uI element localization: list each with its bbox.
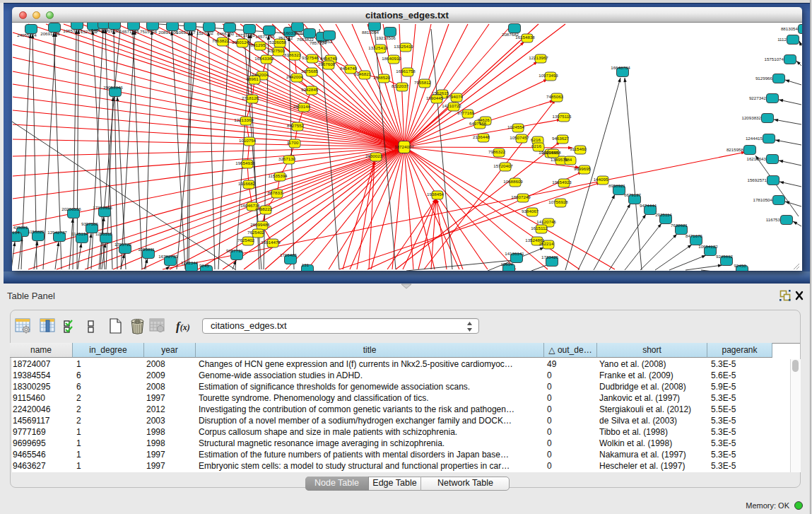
svg-text:74626: 74626 bbox=[477, 117, 490, 122]
svg-text:12213369: 12213369 bbox=[234, 117, 254, 122]
svg-text:26099486: 26099486 bbox=[250, 222, 270, 227]
svg-text:6466160: 6466160 bbox=[217, 31, 235, 36]
svg-text:2718126: 2718126 bbox=[242, 95, 259, 100]
svg-text:16571355: 16571355 bbox=[119, 29, 139, 34]
svg-text:20691406: 20691406 bbox=[40, 31, 60, 36]
svg-text:16914479: 16914479 bbox=[261, 240, 281, 245]
svg-text:39154: 39154 bbox=[12, 230, 20, 235]
svg-text:7986322: 7986322 bbox=[488, 149, 506, 154]
svg-text:10025458: 10025458 bbox=[541, 150, 561, 155]
svg-text:1024554: 1024554 bbox=[507, 124, 525, 129]
svg-text:1938454: 1938454 bbox=[427, 192, 445, 197]
svg-text:7515524: 7515524 bbox=[140, 29, 158, 34]
svg-text:1244415: 1244415 bbox=[746, 136, 763, 141]
svg-text:8454749: 8454749 bbox=[340, 66, 358, 71]
svg-text:16571355: 16571355 bbox=[255, 34, 275, 39]
svg-text:10507457: 10507457 bbox=[510, 135, 529, 140]
svg-text:8958921: 8958921 bbox=[608, 183, 626, 188]
svg-text:16543362: 16543362 bbox=[254, 56, 274, 61]
svg-text:10688609: 10688609 bbox=[503, 179, 523, 184]
svg-text:1527602: 1527602 bbox=[196, 30, 214, 35]
svg-text:14120746: 14120746 bbox=[536, 219, 556, 224]
svg-text:15692571: 15692571 bbox=[747, 177, 767, 182]
svg-text:7632621: 7632621 bbox=[671, 223, 688, 228]
svg-text:8813094: 8813094 bbox=[362, 30, 379, 35]
svg-text:1112: 1112 bbox=[777, 37, 787, 42]
svg-text:10653267: 10653267 bbox=[176, 30, 196, 35]
svg-text:10973493: 10973493 bbox=[539, 73, 558, 78]
svg-text:1250515: 1250515 bbox=[95, 231, 113, 236]
svg-text:14210722: 14210722 bbox=[442, 103, 461, 108]
svg-text:9397586: 9397586 bbox=[81, 221, 99, 226]
svg-text:24055724: 24055724 bbox=[17, 33, 37, 37]
svg-text:6216: 6216 bbox=[531, 144, 541, 148]
svg-text:1588520: 1588520 bbox=[373, 75, 391, 80]
svg-text:144095: 144095 bbox=[594, 177, 608, 182]
svg-text:2967608: 2967608 bbox=[318, 62, 336, 66]
svg-text:9327546: 9327546 bbox=[302, 55, 319, 60]
svg-text:7625402: 7625402 bbox=[237, 238, 255, 243]
svg-text:9699695: 9699695 bbox=[574, 166, 592, 171]
svg-text:16154838: 16154838 bbox=[515, 35, 535, 40]
svg-text:131: 131 bbox=[302, 262, 310, 267]
svg-text:6216: 6216 bbox=[531, 137, 541, 142]
svg-text:7485063: 7485063 bbox=[546, 94, 564, 99]
svg-text:13325419: 13325419 bbox=[368, 45, 388, 50]
svg-text:10654122: 10654122 bbox=[698, 244, 718, 249]
svg-text:1156829: 1156829 bbox=[28, 229, 45, 234]
svg-text:9115460: 9115460 bbox=[570, 146, 587, 151]
svg-text:2935114: 2935114 bbox=[655, 212, 672, 217]
svg-text:1615112: 1615112 bbox=[531, 226, 548, 230]
svg-text:29053346: 29053346 bbox=[103, 85, 123, 90]
svg-text:9245612: 9245612 bbox=[716, 254, 734, 259]
svg-text:10756928: 10756928 bbox=[548, 199, 568, 204]
svg-text:3960124: 3960124 bbox=[232, 40, 249, 45]
svg-text:891295: 891295 bbox=[251, 42, 266, 47]
svg-text:116753: 116753 bbox=[766, 217, 781, 222]
svg-text:9227342: 9227342 bbox=[749, 95, 767, 100]
svg-text:8322037: 8322037 bbox=[392, 83, 409, 88]
svg-text:5226058: 5226058 bbox=[269, 40, 287, 45]
svg-text:16033809: 16033809 bbox=[283, 30, 303, 35]
svg-text:18724007: 18724007 bbox=[394, 144, 414, 149]
svg-text:8813054: 8813054 bbox=[781, 26, 799, 31]
svg-text:252214: 252214 bbox=[539, 241, 554, 246]
svg-text:6794074: 6794074 bbox=[446, 94, 464, 99]
svg-text:1990445: 1990445 bbox=[426, 95, 444, 100]
svg-text:12093832: 12093832 bbox=[741, 115, 761, 120]
svg-text:2603144: 2603144 bbox=[293, 104, 311, 109]
svg-text:2442004: 2442004 bbox=[286, 74, 304, 79]
svg-text:887833: 887833 bbox=[268, 190, 283, 195]
svg-text:19654938: 19654938 bbox=[235, 160, 255, 165]
svg-text:9242845: 9242845 bbox=[301, 87, 319, 92]
svg-text:10719185: 10719185 bbox=[100, 28, 120, 33]
svg-text:9777169: 9777169 bbox=[457, 110, 475, 115]
svg-text:1095811: 1095811 bbox=[138, 247, 155, 252]
svg-text:20891406: 20891406 bbox=[158, 30, 178, 35]
svg-text:10654: 10654 bbox=[500, 262, 513, 267]
svg-text:2930023: 2930023 bbox=[365, 153, 383, 158]
svg-text:8215958: 8215958 bbox=[726, 147, 744, 152]
svg-text:4498222: 4498222 bbox=[255, 206, 273, 211]
svg-text:7625402: 7625402 bbox=[247, 230, 265, 235]
svg-text:1733426: 1733426 bbox=[541, 255, 559, 259]
svg-text:1716485: 1716485 bbox=[280, 252, 298, 257]
svg-text:16648784: 16648784 bbox=[611, 65, 630, 70]
svg-text:9463627: 9463627 bbox=[552, 136, 570, 141]
svg-text:13325419: 13325419 bbox=[394, 44, 413, 49]
svg-text:751552: 751552 bbox=[318, 39, 333, 44]
svg-text:12213967: 12213967 bbox=[529, 55, 548, 60]
svg-text:7955812: 7955812 bbox=[414, 80, 432, 85]
svg-text:16782759: 16782759 bbox=[158, 254, 178, 259]
svg-text:15751074: 15751074 bbox=[764, 57, 784, 62]
svg-text:7663822: 7663822 bbox=[212, 38, 230, 43]
svg-text:13975115: 13975115 bbox=[552, 114, 572, 119]
svg-text:9474444: 9474444 bbox=[640, 203, 657, 208]
svg-text:16210643: 16210643 bbox=[746, 156, 766, 161]
svg-text:1795722: 1795722 bbox=[114, 242, 132, 247]
svg-text:17810504: 17810504 bbox=[753, 197, 772, 202]
svg-text:8186323: 8186323 bbox=[284, 52, 302, 57]
svg-text:10719185: 10719185 bbox=[235, 33, 255, 37]
svg-text:435081: 435081 bbox=[13, 225, 28, 230]
svg-text:20206556: 20206556 bbox=[61, 206, 81, 211]
